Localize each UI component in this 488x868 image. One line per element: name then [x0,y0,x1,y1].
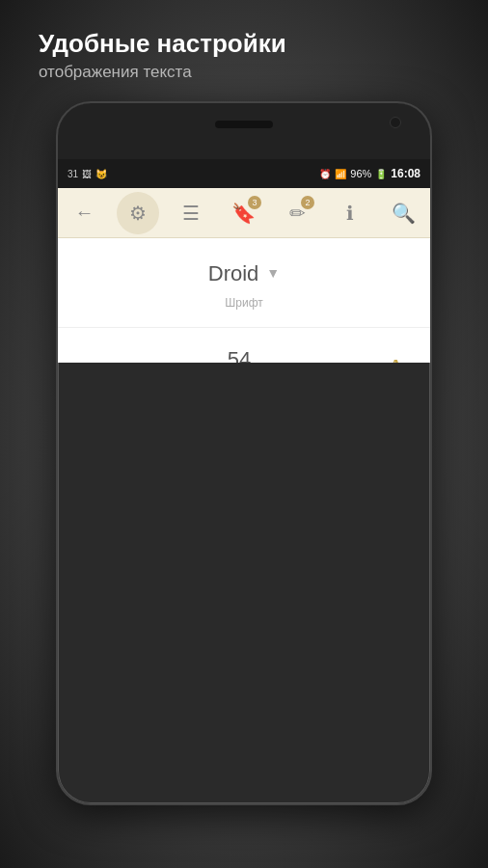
edit-badge: 2 [301,196,314,209]
back-icon: ← [75,202,95,224]
image-icon: 🖼 [82,169,92,179]
back-button[interactable]: ← [64,192,106,234]
calendar-icon: 31 [68,169,78,179]
clock-display: 16:08 [391,167,420,180]
page-subtitle: отображения текста [39,63,449,82]
top-text-area: Удобные настройки отображения текста [0,0,488,101]
page-title: Удобные настройки [39,29,449,59]
settings-button[interactable]: ⚙ [117,192,159,234]
font-name-value: Droid [208,256,259,291]
status-right: ⏰ 📶 96% 🔋 16:08 [319,167,420,180]
status-left: 31 🖼 😺 [68,169,107,179]
font-decrease-button[interactable]: A [81,355,94,362]
bookmark-button[interactable]: 🔖 3 [223,192,265,234]
bookmark-badge: 3 [248,196,261,209]
font-label: Шрифт [225,293,262,312]
battery-icon: 🔋 [375,169,387,179]
battery-percent: 96% [350,168,371,179]
info-button[interactable]: ℹ [329,192,371,234]
settings-panel: Droid ▼ Шрифт A 54 Размер текста A − 24 [58,238,430,363]
list-icon: ☰ [182,202,200,225]
notification-icon: 😺 [95,169,107,179]
phone-camera [390,117,401,128]
search-button[interactable]: 🔍 [382,192,424,234]
font-dropdown-arrow[interactable]: ▼ [266,262,280,285]
toc-button[interactable]: ☰ [170,192,212,234]
gear-icon: ⚙ [129,202,147,225]
phone-speaker [215,121,273,128]
status-bar: 31 🖼 😺 ⏰ 📶 96% 🔋 16:08 [58,159,430,188]
font-size-display: 54 Размер текста [201,341,278,363]
font-increase-button[interactable]: A [385,343,407,362]
search-icon: 🔍 [392,202,416,225]
font-size-value: 54 [201,341,278,363]
font-section: Droid ▼ Шрифт [58,238,430,328]
alarm-icon: ⏰ [319,169,331,179]
phone-bezel [58,103,430,159]
font-name-row: Droid ▼ [208,256,280,291]
edit-button[interactable]: ✏ 2 [276,192,318,234]
book-content-area: поставил на семью Аббаски. Цит- ск... та… [58,238,430,363]
font-size-section: A 54 Размер текста A [58,328,430,363]
app-toolbar: ← ⚙ ☰ 🔖 3 ✏ 2 ℹ 🔍 [58,188,430,238]
info-icon: ℹ [346,202,354,225]
wifi-icon: 📶 [335,169,346,179]
phone-frame: 31 🖼 😺 ⏰ 📶 96% 🔋 16:08 ← ⚙ ☰ 🔖 3 ✏ 2 [56,101,432,805]
